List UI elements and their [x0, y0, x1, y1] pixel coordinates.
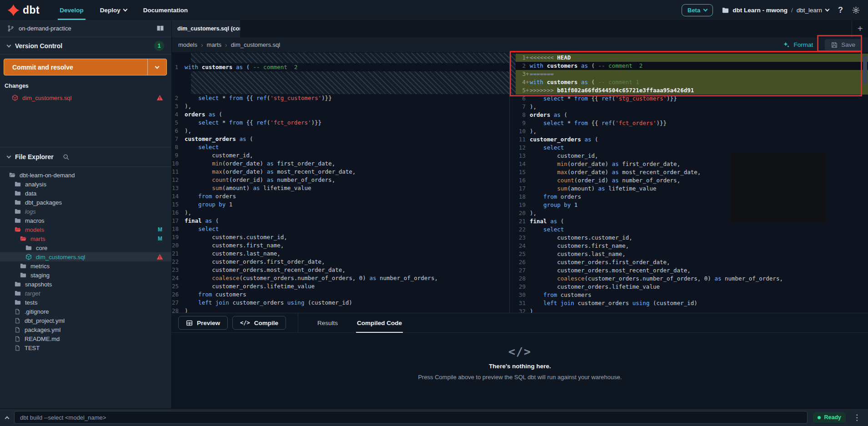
code-line-10[interactable]: 10 min(order_date) as first_order_date, — [172, 160, 509, 168]
search-icon[interactable] — [63, 154, 70, 160]
tree-item-staging[interactable]: staging — [0, 271, 171, 280]
tree-item-readme-md[interactable]: README.md — [0, 334, 171, 343]
diff-line-12[interactable]: 12 select — [516, 144, 868, 152]
diff-line-31[interactable]: 31 left join customer_orders using (cust… — [516, 299, 868, 307]
code-line-15[interactable]: 15 group by 1 — [172, 200, 509, 209]
code-line-12[interactable]: 12 count(order_id) as number_of_orders, — [172, 176, 509, 184]
help-icon[interactable]: ? — [838, 5, 843, 15]
code-line-19[interactable]: 19 customers.customer_id, — [172, 233, 509, 241]
tab-results[interactable]: Results — [310, 313, 345, 333]
diff-line-2[interactable]: 2 with customers as ( -- comment 2 — [516, 62, 868, 70]
diff-line-11[interactable]: 11 customer_orders as ( — [516, 135, 868, 144]
tab-dim-customers[interactable]: dim_customers.sql (confli... × — [172, 20, 240, 37]
tree-item-analysis[interactable]: analysis — [0, 180, 171, 189]
diff-line-3[interactable]: 3+======= — [516, 70, 868, 78]
diff-line-7[interactable]: 7 ), — [516, 103, 868, 111]
editor-pane-working[interactable]: 1with customers as ( -- comment 22 selec… — [172, 52, 509, 313]
new-tab-button[interactable]: + — [852, 20, 868, 37]
code-line-11[interactable]: 11 max(order_date) as most_recent_order_… — [172, 168, 509, 176]
tree-item-models[interactable]: modelsM — [0, 225, 171, 234]
code-line-9[interactable]: 9 customer_id, — [172, 151, 509, 160]
code-line-26[interactable]: 26 from customers — [172, 291, 509, 299]
code-line-22[interactable]: 22 customer_orders.first_order_date, — [172, 258, 509, 266]
diff-line-6[interactable]: 6 select * from {{ ref('stg_customers')}… — [516, 95, 868, 103]
project-breadcrumb[interactable]: dbt Learn - mwong / dbt_learn — [722, 7, 829, 14]
tree-item-data[interactable]: data — [0, 189, 171, 198]
tree-item-marts[interactable]: martsM — [0, 234, 171, 243]
commit-options-caret[interactable] — [147, 59, 166, 75]
diff-line-9[interactable]: 9 select * from {{ ref('fct_orders')}} — [516, 119, 868, 127]
diff-line-10[interactable]: 10 ), — [516, 127, 868, 135]
tree-item-macros[interactable]: macros — [0, 216, 171, 225]
code-line-5[interactable]: 5 select * from {{ ref('fct_orders')}} — [172, 119, 509, 127]
tree-item-snapshots[interactable]: snapshots — [0, 280, 171, 289]
code-line-13[interactable]: 13 sum(amount) as lifetime_value — [172, 184, 509, 192]
code-line-28[interactable]: 28) — [172, 307, 509, 313]
diff-line-27[interactable]: 27 customer_orders.most_recent_order_dat… — [516, 266, 868, 275]
docs-book-icon[interactable] — [156, 25, 164, 32]
file-explorer-header[interactable]: File Explorer — [0, 147, 171, 167]
tab-compiled-code[interactable]: Compiled Code — [350, 313, 409, 333]
diff-line-32[interactable]: 32 ) — [516, 307, 868, 313]
nav-deploy[interactable]: Deploy — [92, 0, 135, 20]
tree-item-packages-yml[interactable]: packages.yml — [0, 325, 171, 334]
tree-item-logs[interactable]: logs — [0, 207, 171, 216]
diff-line-25[interactable]: 25 customers.last_name, — [516, 250, 868, 258]
branch-selector[interactable]: on-demand-practice — [0, 20, 171, 37]
version-control-header[interactable]: Version Control 1 — [0, 37, 171, 55]
compile-button[interactable]: </> Compile — [232, 316, 286, 330]
breadcrumb-file[interactable]: dim_customers.sql — [231, 41, 280, 48]
breadcrumb-marts[interactable]: marts — [207, 41, 222, 48]
dbt-logo[interactable]: dbt — [0, 4, 51, 16]
diff-scrollbar-thumb[interactable] — [863, 55, 867, 84]
code-line-7[interactable]: 7customer_orders as ( — [172, 135, 509, 143]
code-line-4[interactable]: 4orders as ( — [172, 110, 509, 119]
diff-line-23[interactable]: 23 customers.customer_id, — [516, 234, 868, 242]
code-line-25[interactable]: 25 customer_orders.lifetime_value — [172, 282, 509, 291]
diff-line-1[interactable]: 1+<<<<<<< HEAD — [516, 54, 868, 62]
diff-line-29[interactable]: 29 customer_orders.lifetime_value — [516, 283, 868, 291]
diff-line-22[interactable]: 22 select — [516, 226, 868, 234]
code-line-8[interactable]: 8 select — [172, 143, 509, 151]
diff-line-30[interactable]: 30 from customers — [516, 291, 868, 299]
code-line-14[interactable]: 14 from orders — [172, 192, 509, 200]
format-button[interactable]: Format — [783, 41, 813, 48]
commit-and-resolve-button[interactable]: Commit and resolve — [4, 59, 167, 75]
code-line-16[interactable]: 16), — [172, 209, 509, 217]
breadcrumb-models[interactable]: models — [178, 41, 197, 48]
diff-line-5[interactable]: 5+>>>>>>> b81f802a66fd544504c65721e3ffaa… — [516, 86, 868, 95]
tree-item-dbt-learn-on-demand[interactable]: dbt-learn-on-demand — [0, 170, 171, 180]
nav-documentation[interactable]: Documentation — [135, 0, 196, 20]
code-line-18[interactable]: 18 select — [172, 225, 509, 233]
save-button[interactable]: Save — [825, 39, 862, 50]
tree-item-target[interactable]: target — [0, 289, 171, 298]
code-line-3[interactable]: 3), — [172, 102, 509, 110]
chevron-up-icon[interactable] — [5, 416, 10, 421]
code-line-2[interactable]: 2 select * from {{ ref('stg_customers')}… — [172, 94, 509, 102]
code-line-23[interactable]: 23 customer_orders.most_recent_order_dat… — [172, 266, 509, 274]
changed-file-dim-customers[interactable]: dim_customers.sql — [0, 93, 171, 103]
tree-item-dim-customers-sql[interactable]: dim_customers.sql — [0, 252, 171, 261]
tree-item--gitignore[interactable]: .gitignore — [0, 307, 171, 316]
beta-dropdown[interactable]: Beta — [682, 4, 713, 16]
tree-item-tests[interactable]: tests — [0, 298, 171, 307]
nav-develop[interactable]: Develop — [51, 0, 92, 20]
code-line-24[interactable]: 24 coalesce(customer_orders.number_of_or… — [172, 274, 509, 282]
kebab-menu-icon[interactable]: ⋮ — [851, 413, 863, 422]
diff-line-26[interactable]: 26 customer_orders.first_order_date, — [516, 258, 868, 266]
code-line-6[interactable]: 6), — [172, 127, 509, 135]
tree-item-test[interactable]: TEST — [0, 343, 171, 352]
command-input[interactable] — [14, 411, 808, 424]
diff-line-4[interactable]: 4+with customers as ( -- comment 1 — [516, 78, 868, 86]
diff-line-28[interactable]: 28 coalesce(customer_orders.number_of_or… — [516, 275, 868, 283]
tree-item-metrics[interactable]: metrics — [0, 261, 171, 271]
tree-item-dbt-packages[interactable]: dbt_packages — [0, 198, 171, 207]
tree-item-core[interactable]: core — [0, 243, 171, 252]
diff-line-24[interactable]: 24 customers.first_name, — [516, 242, 868, 250]
code-line-17[interactable]: 17final as ( — [172, 217, 509, 225]
code-line-21[interactable]: 21 customers.last_name, — [172, 250, 509, 258]
diff-line-8[interactable]: 8 orders as ( — [516, 111, 868, 119]
gear-icon[interactable] — [852, 6, 860, 14]
code-line-1[interactable]: 1with customers as ( -- comment 2 — [172, 63, 509, 71]
tree-item-dbt-project-yml[interactable]: dbt_project.yml — [0, 316, 171, 325]
